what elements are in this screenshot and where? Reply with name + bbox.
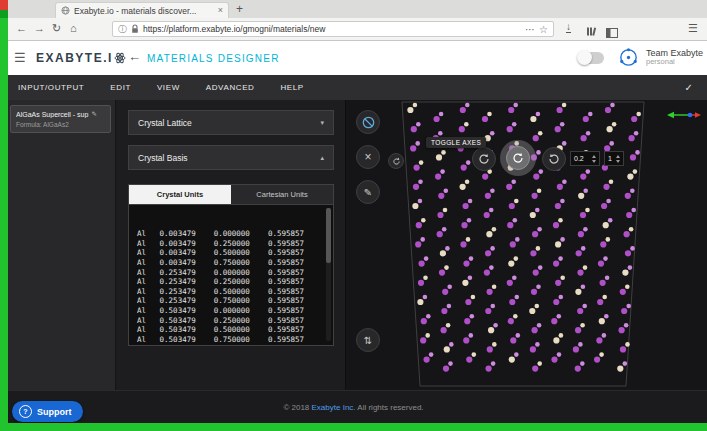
atom bbox=[487, 112, 492, 117]
edge-marker-green bbox=[0, 10, 8, 18]
app-menu-button[interactable]: ☰ bbox=[14, 50, 26, 65]
support-button[interactable]: ? Support bbox=[12, 401, 83, 422]
toggle-knob bbox=[577, 50, 592, 65]
footer-company-link[interactable]: Exabyte Inc. bbox=[312, 403, 356, 412]
repeat-stepper[interactable] bbox=[614, 155, 623, 163]
atom bbox=[416, 222, 422, 228]
atom bbox=[463, 261, 469, 267]
zoom-input[interactable]: 0.2 bbox=[570, 151, 600, 166]
nav-forward-button[interactable]: → bbox=[34, 22, 45, 35]
stepper-up-icon[interactable] bbox=[592, 155, 596, 158]
atom bbox=[460, 241, 466, 247]
library-icon[interactable] bbox=[586, 23, 597, 41]
section-crystal-basis[interactable]: Crystal Basis ▴ bbox=[128, 145, 334, 170]
rotate-left-button[interactable] bbox=[542, 147, 566, 171]
edit-material-icon[interactable]: ✎ bbox=[91, 110, 96, 118]
sidebar-toggle-icon[interactable] bbox=[606, 24, 618, 42]
atom bbox=[560, 122, 565, 127]
url-bar[interactable]: ⓘ https://platform.exabyte.io/gmogni/mat… bbox=[112, 21, 554, 37]
page-actions-icon[interactable]: ⋯ bbox=[525, 24, 535, 35]
atom bbox=[551, 357, 557, 363]
atom bbox=[414, 165, 420, 171]
atom bbox=[460, 107, 466, 113]
team-info[interactable]: Team Exabyte personal bbox=[646, 48, 703, 67]
atom bbox=[536, 112, 541, 117]
atom bbox=[617, 366, 623, 372]
atom bbox=[605, 107, 611, 113]
section-crystal-lattice[interactable]: Crystal Lattice ▾ bbox=[128, 110, 334, 135]
atom bbox=[515, 237, 520, 242]
close-tab-icon[interactable]: × bbox=[218, 6, 223, 15]
atom bbox=[508, 107, 514, 113]
atom bbox=[482, 116, 488, 122]
basis-row: Al 0.253479 0.500000 0.595857 bbox=[137, 287, 331, 297]
atom bbox=[559, 295, 564, 300]
https-lock-icon bbox=[131, 24, 139, 34]
browser-menu-button[interactable]: ☰ bbox=[688, 22, 698, 35]
atom bbox=[623, 361, 628, 366]
atom bbox=[412, 203, 418, 209]
back-button[interactable]: ← bbox=[128, 49, 141, 64]
atom bbox=[418, 280, 424, 286]
swap-axes-button[interactable]: ⇅ bbox=[356, 328, 380, 352]
atom bbox=[507, 126, 513, 132]
atom bbox=[612, 122, 617, 127]
menu-input-output[interactable]: INPUT/OUTPUT bbox=[18, 83, 84, 92]
atom bbox=[492, 342, 497, 347]
nav-back-button[interactable]: ← bbox=[16, 22, 27, 35]
basis-row: Al 0.503479 0.500000 0.595857 bbox=[137, 325, 331, 335]
browser-tab[interactable]: Exabyte.io - materials discover... × bbox=[55, 2, 229, 18]
zoom-stepper[interactable] bbox=[590, 155, 599, 163]
stepper-up-icon[interactable] bbox=[616, 155, 620, 158]
atom bbox=[560, 237, 565, 242]
team-avatar-atom-icon[interactable] bbox=[618, 47, 639, 72]
app-footer: © 2018 Exabyte Inc. All rights reserved. bbox=[0, 390, 707, 423]
tab-crystal-units[interactable]: Crystal Units bbox=[129, 185, 231, 204]
reset-view-button[interactable] bbox=[472, 147, 496, 171]
atom bbox=[583, 116, 589, 122]
atom bbox=[588, 112, 593, 117]
atom bbox=[491, 361, 496, 366]
site-info-icon[interactable]: ⓘ bbox=[118, 23, 127, 36]
download-button[interactable]: ↓ bbox=[566, 22, 571, 33]
menu-advanced[interactable]: ADVANCED bbox=[206, 83, 255, 92]
atom bbox=[530, 346, 536, 352]
edit-atoms-button[interactable]: ✎ bbox=[356, 180, 380, 204]
atom bbox=[411, 126, 417, 132]
clear-selection-button[interactable]: × bbox=[356, 145, 380, 169]
bookmark-star-icon[interactable]: ☆ bbox=[539, 24, 548, 35]
basis-row: Al 0.503479 0.750000 0.595857 bbox=[137, 335, 331, 345]
selection-off-button[interactable] bbox=[356, 110, 380, 134]
menu-help[interactable]: HELP bbox=[280, 83, 303, 92]
atom bbox=[490, 189, 495, 194]
tab-cartesian-units[interactable]: Cartesian Units bbox=[231, 185, 333, 204]
scrollbar[interactable] bbox=[326, 208, 331, 341]
chevron-up-icon: ▴ bbox=[320, 154, 324, 162]
basis-editor[interactable]: Al 0.003479 0.000000 0.595857Al 0.003479… bbox=[128, 205, 334, 346]
atom bbox=[514, 352, 519, 357]
nav-reload-button[interactable]: ↻ bbox=[52, 22, 61, 35]
repeat-input[interactable]: 1 bbox=[604, 151, 624, 166]
new-tab-button[interactable]: + bbox=[236, 2, 243, 16]
nav-home-button[interactable]: ⌂ bbox=[70, 22, 77, 35]
stepper-down-icon[interactable] bbox=[616, 160, 620, 163]
atom bbox=[424, 357, 430, 363]
toggle-axes-button[interactable] bbox=[500, 140, 536, 176]
atom bbox=[603, 184, 609, 190]
atom bbox=[448, 361, 453, 366]
atom bbox=[559, 333, 564, 338]
scrollbar-thumb[interactable] bbox=[326, 208, 331, 263]
browser-navbar: ← → ↻ ⌂ ⓘ https://platform.exabyte.io/gm… bbox=[0, 18, 707, 41]
atom bbox=[577, 308, 583, 314]
theme-toggle[interactable] bbox=[578, 52, 604, 64]
stepper-down-icon[interactable] bbox=[592, 160, 596, 163]
menu-view[interactable]: VIEW bbox=[157, 83, 180, 92]
atom bbox=[558, 256, 563, 261]
atom bbox=[435, 174, 441, 180]
atom bbox=[626, 304, 631, 309]
auto-rotate-button[interactable] bbox=[388, 153, 404, 169]
atom bbox=[536, 285, 541, 290]
save-check-icon[interactable]: ✓ bbox=[685, 82, 693, 93]
material-list-item[interactable]: AlGaAs Supercell - sup ✎ Formula: AlGaAs… bbox=[10, 105, 111, 133]
menu-edit[interactable]: EDIT bbox=[110, 83, 131, 92]
